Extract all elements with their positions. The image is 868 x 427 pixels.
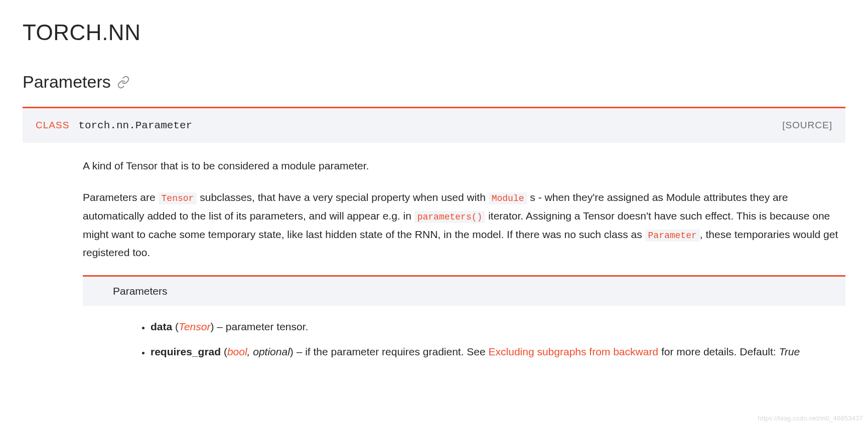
excluding-subgraphs-link[interactable]: Excluding subgraphs from backward [489,346,659,357]
class-body: A kind of Tensor that is to be considere… [23,143,845,361]
parameters-block: Parameters data (Tensor) – parameter ten… [83,275,845,361]
parameter-list: data (Tensor) – parameter tensor. requir… [83,318,845,362]
class-definition: CLASS torch.nn.Parameter [SOURCE] A kind… [23,107,845,361]
param-type-link[interactable]: bool [227,346,247,357]
param-desc: for more details. Default: [658,346,779,357]
text-segment: ) – [290,346,305,357]
text-segment: Parameters are [83,191,159,203]
param-name: requires_grad [151,346,221,357]
text-segment: subclasses, that have a very special pro… [197,191,488,203]
intro-paragraph: A kind of Tensor that is to be considere… [83,157,845,175]
page-title: TORCH.NN [23,15,845,50]
source-link[interactable]: [SOURCE] [782,118,832,133]
section-heading-text: Parameters [23,68,111,95]
param-item-requires-grad: requires_grad (bool, optional) – if the … [151,343,845,361]
text-segment: ( [172,321,179,332]
param-item-data: data (Tensor) – parameter tensor. [151,318,845,336]
code-ref-parameters-fn[interactable]: parameters() [414,211,486,223]
signature-left: CLASS torch.nn.Parameter [36,117,192,134]
class-signature-row: CLASS torch.nn.Parameter [SOURCE] [23,108,845,143]
param-type-link[interactable]: Tensor [179,321,210,332]
param-desc: if the parameter requires gradient. See [305,346,488,357]
code-ref-module[interactable]: Module [489,192,527,204]
code-ref-tensor[interactable]: Tensor [159,192,197,204]
detail-paragraph: Parameters are Tensor subclasses, that h… [83,188,845,262]
parameters-heading: Parameters [83,277,845,306]
section-heading: Parameters [23,68,845,95]
permalink-icon[interactable] [117,76,130,89]
class-keyword: CLASS [36,118,69,133]
text-segment: ) – [210,321,225,332]
param-type-plain: , optional [247,346,290,357]
param-desc: parameter tensor. [226,321,309,332]
param-name: data [151,321,172,332]
code-ref-parameter-cls[interactable]: Parameter [645,230,700,242]
text-segment: ( [221,346,227,357]
class-fqname: torch.nn.Parameter [78,117,192,134]
param-default: True [779,346,800,357]
